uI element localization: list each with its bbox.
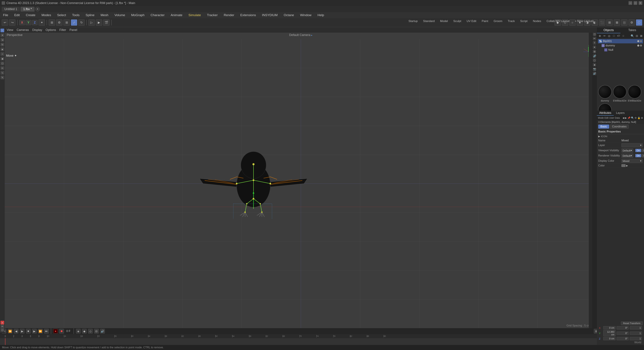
coord-x-rot[interactable]: 0° <box>616 326 629 330</box>
rstrip-icon-8[interactable]: ⬡ <box>593 58 596 62</box>
coord-sys-button[interactable]: ⊞ <box>49 19 55 26</box>
close-button[interactable]: ✕ <box>638 1 642 5</box>
renderer-off-btn[interactable]: Off <box>642 154 644 157</box>
viewport[interactable]: View Cameras Display Options Filter Pane… <box>5 27 597 328</box>
add-tab-button[interactable]: + <box>35 7 40 11</box>
coord-z-rot[interactable]: 0° <box>616 337 629 340</box>
menu-mesh[interactable]: Mesh <box>99 13 110 18</box>
tab-untitled[interactable]: Untitled 1 <box>2 7 20 11</box>
menu-extensions[interactable]: Extensions <box>239 13 257 18</box>
rstrip-icon-4[interactable]: T <box>593 41 596 45</box>
move-tool[interactable]: ⤢ <box>71 19 77 26</box>
menu-create[interactable]: Create <box>24 13 37 18</box>
attr-search[interactable]: 🔍 <box>631 117 634 119</box>
material-ewblack-2[interactable]: EWBlackDe <box>628 85 641 102</box>
tl-record[interactable]: ● <box>53 329 58 334</box>
ws-track[interactable]: Track <box>506 19 516 23</box>
vp-menu-panel[interactable]: Panel <box>70 28 77 32</box>
attr-userdata-btn[interactable]: User Data <box>609 117 620 119</box>
ws-startup[interactable]: Startup <box>407 19 419 23</box>
grid-button[interactable]: ⊞ <box>64 19 70 26</box>
coord-x-scale[interactable]: 1 <box>630 326 642 330</box>
menu-select[interactable]: Select <box>56 13 67 18</box>
obj-bookmarks-icon[interactable]: ☆ <box>622 34 625 38</box>
rstrip-icon-5[interactable]: ✦ <box>593 45 596 49</box>
ws-sculpt[interactable]: Sculpt <box>452 19 462 23</box>
tl-stop[interactable]: ■ <box>26 329 31 334</box>
render-to-po[interactable]: ▶ <box>96 19 102 26</box>
tl-prev-key[interactable]: ◀ <box>14 329 18 334</box>
menu-help[interactable]: Help <box>316 13 325 18</box>
renderer-on-btn[interactable]: On <box>635 154 642 157</box>
attr-nav-back[interactable]: ◀ <box>622 117 624 119</box>
ws-groom[interactable]: Groom <box>492 19 504 23</box>
rstrip-icon-11[interactable]: 🔊 <box>593 72 596 75</box>
rstrip-icon-6[interactable]: ⚙ <box>593 50 596 53</box>
rstrip-icon-2[interactable]: ◫ <box>593 32 596 36</box>
tab-objects[interactable]: Objects <box>597 27 620 33</box>
attr-renderer-dropdown[interactable]: Default ▾ <box>622 154 633 158</box>
maximize-button[interactable]: □ <box>634 1 637 5</box>
timeline-track[interactable] <box>0 338 644 345</box>
tb-right-9[interactable]: ⊠ <box>614 19 620 26</box>
tb-right-7[interactable]: ⬛ <box>599 19 605 26</box>
tb-right-8[interactable]: ⊞ <box>606 19 613 26</box>
coord-y-scale[interactable]: 1 <box>630 332 642 335</box>
attr-tab-attributes[interactable]: Attributes <box>597 111 614 116</box>
attr-pin[interactable]: 📌 <box>628 117 630 119</box>
view-icon[interactable]: ⊠ <box>639 34 643 38</box>
attr-options[interactable]: ⚙ <box>634 117 637 119</box>
plus-button[interactable]: ✦ <box>38 19 45 26</box>
rstrip-icon-7[interactable]: 🔗 <box>593 54 596 58</box>
filter-icon[interactable]: ⊟ <box>635 34 638 38</box>
tl-next-key[interactable]: ▶ <box>32 329 37 334</box>
ws-standard[interactable]: Standard <box>422 19 436 23</box>
attr-viewport-dropdown[interactable]: Default ▾ <box>622 149 633 153</box>
vp-menu-display[interactable]: Display <box>32 28 42 32</box>
obj-object-icon[interactable]: □ <box>612 34 616 38</box>
attr-tab-layers[interactable]: Layers <box>614 111 627 116</box>
search-icon[interactable]: 🔍 <box>630 34 634 38</box>
scale-tool-left[interactable]: ⇲ <box>0 38 4 42</box>
obj-tags-icon[interactable]: 🏷 <box>617 34 620 38</box>
obj-edit-icon[interactable]: ✏ <box>602 34 606 38</box>
tool-8[interactable]: ✏ <box>0 66 4 70</box>
attr-value-layer[interactable]: ▾ <box>622 143 643 147</box>
tool-7[interactable]: ⬡ <box>0 61 4 65</box>
attr-coord-tab[interactable]: Coordinates <box>610 125 629 129</box>
tl-sound[interactable]: 🔊 <box>100 329 105 334</box>
ws-model[interactable]: Model <box>439 19 449 23</box>
snap-button[interactable]: ⚙ <box>56 19 62 26</box>
tool-10[interactable]: ✎ <box>0 76 4 79</box>
tl-timeline[interactable]: ⊟ <box>94 329 99 334</box>
attr-nav-fwd[interactable]: ▶ <box>625 117 627 119</box>
menu-file[interactable]: File <box>2 13 10 18</box>
coord-z-pos[interactable]: 0 cm <box>603 337 616 340</box>
attr-lock[interactable]: 🔒 <box>638 117 640 119</box>
rstrip-icon-3[interactable]: ✏ <box>593 37 596 40</box>
tl-auto-key[interactable]: ⏺ <box>59 329 64 334</box>
ws-script[interactable]: Script <box>519 19 529 23</box>
vp-menu-cameras[interactable]: Cameras <box>17 28 29 32</box>
z-axis-button[interactable]: Z <box>32 20 38 25</box>
obj-create-icon[interactable]: ⊕ <box>598 34 602 38</box>
ws-new-layouts[interactable]: + New Layouts <box>574 19 595 23</box>
tb-right-active[interactable]: ⬡ <box>636 19 642 26</box>
tb-right-10[interactable]: ⌸ <box>621 19 628 26</box>
tl-motion-clip[interactable]: ◈ <box>76 329 81 334</box>
render-settings[interactable]: 🎬 <box>103 19 110 26</box>
vp-menu-view[interactable]: View <box>7 28 13 32</box>
tool-4[interactable]: ◈ <box>0 47 4 51</box>
menu-edit[interactable]: Edit <box>13 13 21 18</box>
rotate-tool-left[interactable]: ↻ <box>0 43 4 46</box>
menu-tracker[interactable]: Tracker <box>206 13 219 18</box>
left-tool-bottom-2[interactable]: ✏ <box>0 325 4 328</box>
viewport-on-btn[interactable]: On <box>635 149 642 152</box>
rotate-tool[interactable]: ↻ <box>78 19 85 26</box>
menu-mograph[interactable]: MoGraph <box>130 13 146 18</box>
attr-display-color-dropdown[interactable]: Mixed ▾ <box>622 159 643 163</box>
menu-animate[interactable]: Animate <box>169 13 184 18</box>
vp-menu-filter[interactable]: Filter <box>60 28 66 32</box>
viewport-off-btn[interactable]: Off <box>642 149 644 152</box>
tool-5[interactable]: + <box>0 52 4 56</box>
